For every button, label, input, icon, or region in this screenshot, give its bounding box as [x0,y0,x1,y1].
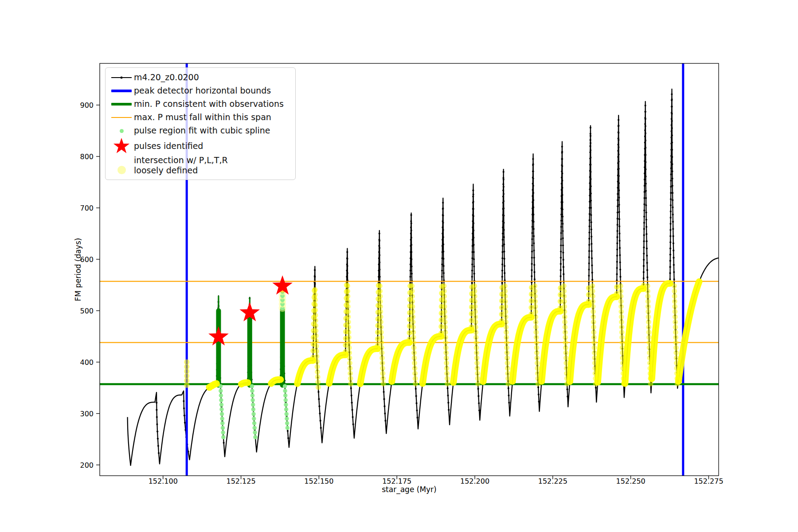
blue-line-marker-icon [109,90,134,92]
legend-row-peak-detector: peak detector horizontal bounds [109,84,291,98]
legend-label: pulses identified [134,141,203,151]
pulse-region-dot [219,403,224,407]
pulse-region-dot [221,430,225,435]
pulse-region-dot [251,403,255,407]
pulse-region-dot [284,398,288,403]
pulse-region-dot [219,389,223,393]
pulse-region-dot [220,421,225,426]
pulse-region-dot [252,421,257,426]
green-dot-marker-icon [109,129,134,133]
legend: m4.20_z0.0200 peak detector horizontal b… [105,67,296,180]
orange-line-marker-icon [109,117,134,118]
pulse-region-dot [220,412,224,416]
pulse-region-dot [285,421,289,426]
pulse-region-dot [253,430,257,435]
pulse-region-dot [285,416,289,421]
pulse-region-dot [251,407,256,412]
star-marker-icon [109,137,134,155]
pulse-region-dot [221,426,225,430]
pulse-region-dot [250,398,255,403]
pulse-region-dot [284,407,289,412]
pulse-region-dot [251,412,256,416]
pulse-region-dot [284,403,288,407]
legend-label: max. P must fall within this span [134,112,271,122]
legend-label: pulse region fit with cubic spline [134,125,270,136]
pulse-region-dot [221,435,226,439]
pulse-region-dot [250,389,254,393]
legend-label: peak detector horizontal bounds [134,86,271,96]
pulse-region-dot [252,426,257,430]
pulse-region-dot [283,393,288,398]
pulse-region-dot [219,393,223,398]
pulse-region-dot [250,384,254,388]
pulse-region-dot [283,384,287,388]
pulse-region-dot [250,393,255,398]
pulse-region-dot [284,412,289,416]
legend-label: m4.20_z0.0200 [134,72,199,82]
pulse-region-dot [219,407,224,412]
line-dot-marker-icon [109,77,134,78]
yellow-dot-marker-icon [109,166,134,174]
legend-label: min. P consistent with observations [134,99,284,109]
legend-label: intersection w/ P,L,T,R loosely defined [134,155,228,176]
legend-row-min-p: min. P consistent with observations [109,98,291,111]
figure: star_age (Myr) FM period (days) 152.1001… [0,0,798,532]
green-line-marker-icon [109,103,134,106]
legend-row-pulse-region: pulse region fit with cubic spline [109,124,291,137]
pulse-region-dot [253,435,258,439]
pulse-region-dot [283,389,287,393]
pulse-region-dot [219,398,223,403]
pulse-region-dot [252,416,256,421]
legend-row-pulses: pulses identified [109,137,291,155]
pulse-region-dot [286,426,290,430]
legend-row-intersection: intersection w/ P,L,T,R loosely defined [109,155,291,176]
intersection-overlay [184,282,699,391]
legend-row-max-p: max. P must fall within this span [109,111,291,124]
legend-row-series: m4.20_z0.0200 [109,71,291,84]
pulse-region-dot [220,416,224,421]
